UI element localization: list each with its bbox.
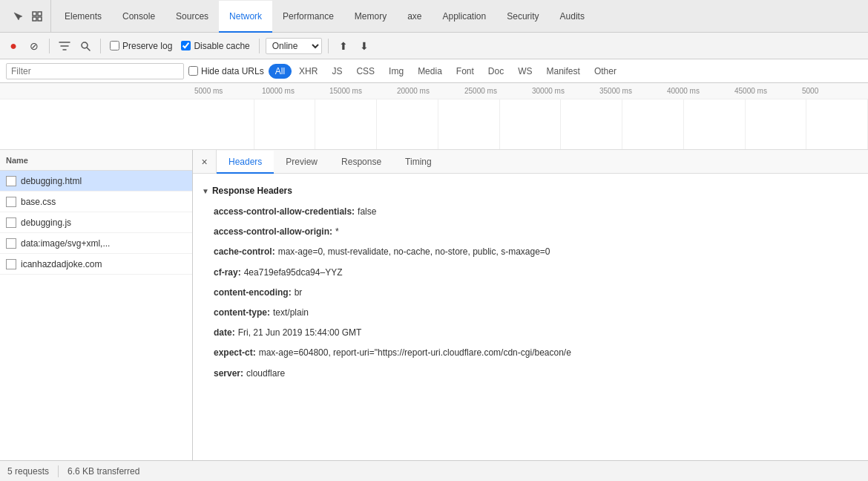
disable-cache-input[interactable] bbox=[181, 41, 191, 50]
filter-media[interactable]: Media bbox=[411, 64, 449, 79]
file-list: Name debugging.html base.css debugging.j… bbox=[0, 150, 193, 460]
file-name-5: icanhazdadjoke.com bbox=[21, 259, 102, 269]
svg-point-4 bbox=[82, 42, 88, 48]
timeline-content[interactable] bbox=[193, 99, 868, 149]
tab-console[interactable]: Console bbox=[112, 1, 165, 33]
tab-elements[interactable]: Elements bbox=[54, 1, 112, 33]
status-sep bbox=[58, 465, 59, 477]
filter-xhr[interactable]: XHR bbox=[292, 64, 324, 79]
stop-button[interactable]: ⊘ bbox=[25, 37, 43, 55]
svg-rect-3 bbox=[38, 17, 42, 21]
detail-tabs: × Headers Preview Response Timing bbox=[193, 150, 868, 174]
header-name-8: expect-ct: bbox=[214, 346, 256, 360]
file-item-base-css[interactable]: base.css bbox=[0, 192, 192, 212]
filter-input-wrap bbox=[6, 63, 184, 79]
filter-font[interactable]: Font bbox=[450, 64, 481, 79]
filter-ws[interactable]: WS bbox=[511, 64, 539, 79]
main-content: Name debugging.html base.css debugging.j… bbox=[0, 150, 868, 460]
header-row-6: content-type: text/plain bbox=[193, 303, 868, 323]
filter-img[interactable]: Img bbox=[382, 64, 410, 79]
header-value-9: cloudflare bbox=[246, 367, 285, 381]
filter-doc[interactable]: Doc bbox=[481, 64, 510, 79]
tab-network[interactable]: Network bbox=[219, 1, 272, 33]
tab-axe[interactable]: axe bbox=[397, 1, 432, 33]
detail-tab-headers[interactable]: Headers bbox=[217, 151, 274, 174]
ruler-mark-2: 10000 ms bbox=[260, 87, 328, 95]
record-button[interactable]: ● bbox=[4, 37, 22, 55]
hide-data-urls-checkbox[interactable] bbox=[188, 66, 198, 76]
toolbar: ● ⊘ Preserve log Disable cache Online Of… bbox=[0, 33, 868, 59]
header-value-8: max-age=604800, report-uri="https://repo… bbox=[259, 346, 571, 360]
detail-tab-response[interactable]: Response bbox=[329, 151, 393, 174]
nav-icons bbox=[4, 0, 51, 32]
detail-tab-preview[interactable]: Preview bbox=[274, 151, 329, 174]
throttle-select[interactable]: Online Offline Slow 3G Fast 3G bbox=[266, 38, 322, 54]
header-name-4: cf-ray: bbox=[214, 266, 241, 280]
tab-memory[interactable]: Memory bbox=[344, 1, 397, 33]
requests-count: 5 requests bbox=[7, 466, 49, 477]
section-toggle-icon: ▼ bbox=[202, 187, 209, 195]
filter-js[interactable]: JS bbox=[325, 64, 349, 79]
header-name-3: cache-control: bbox=[214, 245, 275, 259]
header-name-7: date: bbox=[214, 326, 235, 340]
ruler-mark-10: 5000 bbox=[800, 87, 868, 95]
filter-manifest[interactable]: Manifest bbox=[540, 64, 587, 79]
response-headers-list: access-control-allow-credentials: false … bbox=[193, 202, 868, 384]
inspect-icon[interactable] bbox=[30, 9, 45, 24]
header-name-1: access-control-allow-credentials: bbox=[214, 205, 355, 219]
header-value-3: max-age=0, must-revalidate, no-cache, no… bbox=[278, 245, 550, 259]
cursor-icon[interactable] bbox=[10, 9, 25, 24]
header-row-1: access-control-allow-credentials: false bbox=[193, 202, 868, 222]
transferred-size: 6.6 KB transferred bbox=[68, 466, 139, 477]
file-icon-3 bbox=[6, 217, 16, 228]
detail-tab-timing[interactable]: Timing bbox=[393, 151, 444, 174]
file-name-2: base.css bbox=[21, 197, 56, 207]
svg-rect-1 bbox=[38, 12, 42, 16]
filter-css[interactable]: CSS bbox=[349, 64, 381, 79]
file-icon-2 bbox=[6, 197, 16, 207]
tab-audits[interactable]: Audits bbox=[550, 1, 595, 33]
svg-rect-2 bbox=[33, 17, 36, 21]
tab-sources[interactable]: Sources bbox=[165, 1, 219, 33]
toolbar-sep-3 bbox=[259, 39, 260, 53]
toolbar-sep-4 bbox=[328, 39, 329, 53]
filter-other[interactable]: Other bbox=[588, 64, 623, 79]
response-headers-section-header[interactable]: ▼ Response Headers bbox=[193, 180, 868, 202]
header-name-6: content-type: bbox=[214, 306, 270, 320]
search-button[interactable] bbox=[76, 37, 94, 55]
ruler-mark-7: 35000 ms bbox=[598, 87, 665, 95]
file-item-icanhazdadjoke[interactable]: icanhazdadjoke.com bbox=[0, 254, 192, 275]
status-bar: 5 requests 6.6 KB transferred bbox=[0, 460, 868, 481]
file-item-debugging-html[interactable]: debugging.html bbox=[0, 171, 192, 192]
file-item-debugging-js[interactable]: debugging.js bbox=[0, 212, 192, 233]
upload-button[interactable]: ⬆ bbox=[335, 37, 352, 55]
file-icon-4 bbox=[6, 238, 16, 249]
file-icon-5 bbox=[6, 259, 16, 269]
header-name-5: content-encoding: bbox=[214, 286, 292, 300]
tab-application[interactable]: Application bbox=[433, 1, 497, 33]
tab-security[interactable]: Security bbox=[496, 1, 549, 33]
filter-all[interactable]: All bbox=[269, 64, 292, 79]
file-item-data-image[interactable]: data:image/svg+xml,... bbox=[0, 233, 192, 254]
ruler-mark-6: 30000 ms bbox=[530, 87, 598, 95]
timeline-ruler: 5000 ms 10000 ms 15000 ms 20000 ms 25000… bbox=[0, 83, 868, 99]
disable-cache-checkbox[interactable]: Disable cache bbox=[178, 41, 252, 51]
header-name-9: server: bbox=[214, 367, 243, 381]
top-nav: Elements Console Sources Network Perform… bbox=[0, 0, 868, 33]
preserve-log-input[interactable] bbox=[110, 41, 119, 50]
header-value-6: text/plain bbox=[273, 306, 309, 320]
detail-panel: × Headers Preview Response Timing ▼ Resp… bbox=[193, 150, 868, 460]
header-value-5: br bbox=[295, 286, 303, 300]
header-row-4: cf-ray: 4ea719efa95dca94–YYZ bbox=[193, 263, 868, 283]
ruler-mark-5: 25000 ms bbox=[463, 87, 530, 95]
preserve-log-checkbox[interactable]: Preserve log bbox=[107, 41, 175, 51]
header-row-2: access-control-allow-origin: * bbox=[193, 222, 868, 242]
ruler-mark-4: 20000 ms bbox=[395, 87, 463, 95]
tab-performance[interactable]: Performance bbox=[272, 1, 344, 33]
download-button[interactable]: ⬇ bbox=[355, 37, 373, 55]
filter-button[interactable] bbox=[56, 37, 73, 55]
hide-data-urls-label[interactable]: Hide data URLs bbox=[188, 66, 264, 76]
file-list-header: Name bbox=[0, 150, 192, 171]
filter-input[interactable] bbox=[11, 66, 179, 76]
detail-close-button[interactable]: × bbox=[193, 150, 217, 174]
